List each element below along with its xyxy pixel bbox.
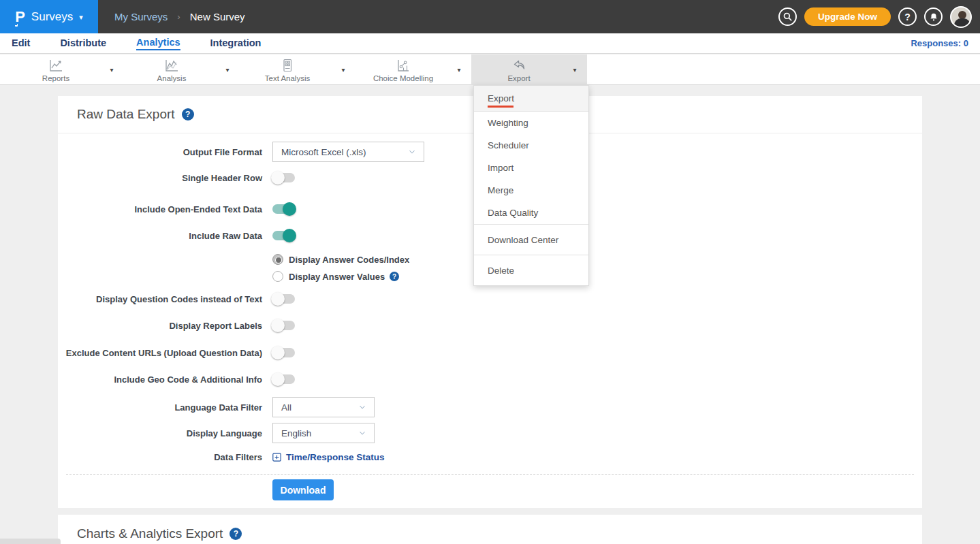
menu-item-label: Delete bbox=[488, 266, 514, 276]
toolbar-export[interactable]: Export ▾ bbox=[471, 54, 587, 85]
toggle-knob bbox=[283, 202, 296, 216]
line-chart-icon bbox=[47, 57, 65, 74]
upgrade-now-button[interactable]: Upgrade Now bbox=[804, 7, 891, 26]
tab-distribute[interactable]: Distribute bbox=[60, 37, 106, 50]
document-grid-icon bbox=[279, 57, 296, 74]
export-arrow-icon bbox=[510, 57, 528, 74]
menu-item-export[interactable]: Export bbox=[474, 86, 588, 112]
data-filters-row: Data Filters Time/Response Status bbox=[58, 450, 922, 464]
language-data-filter-row: Language Data Filter All bbox=[58, 397, 922, 417]
include-geo-code-row: Include Geo Code & Additional Info bbox=[58, 372, 922, 386]
chevron-down-icon[interactable]: ▾ bbox=[335, 66, 351, 74]
help-question-icon[interactable]: ? bbox=[390, 272, 399, 281]
chevron-down-icon[interactable]: ▾ bbox=[219, 66, 236, 74]
search-icon bbox=[783, 12, 793, 22]
toggle-knob bbox=[271, 292, 285, 306]
export-dropdown-menu: Export Weighting Scheduler Import Merge … bbox=[473, 85, 589, 286]
toolbar-choice-modelling[interactable]: Choice Modelling ▾ bbox=[355, 54, 471, 85]
menu-item-label: Export bbox=[488, 93, 514, 103]
toggle-knob bbox=[271, 171, 285, 185]
display-report-labels-row: Display Report Labels bbox=[58, 319, 922, 332]
time-response-status-label: Time/Response Status bbox=[286, 452, 385, 462]
user-avatar[interactable] bbox=[950, 6, 972, 28]
language-data-filter-select[interactable]: All bbox=[272, 397, 375, 417]
search-button[interactable] bbox=[778, 7, 797, 26]
display-answer-codes-label: Display Answer Codes/Index bbox=[289, 255, 409, 265]
display-answer-codes-radio[interactable] bbox=[272, 254, 283, 265]
question-help-icon: ? bbox=[904, 12, 911, 22]
exclude-content-urls-label: Exclude Content URLs (Upload Question Da… bbox=[58, 348, 262, 358]
include-raw-data-toggle[interactable] bbox=[272, 231, 295, 240]
display-report-labels-toggle[interactable] bbox=[272, 321, 295, 330]
output-file-format-value: Microsoft Excel (.xls) bbox=[281, 147, 366, 157]
menu-item-import[interactable]: Import bbox=[474, 157, 588, 179]
chevron-down-icon[interactable]: ▾ bbox=[451, 66, 467, 74]
exclude-content-urls-row: Exclude Content URLs (Upload Question Da… bbox=[58, 346, 922, 359]
time-response-status-link[interactable]: Time/Response Status bbox=[272, 452, 385, 462]
breadcrumb: My Surveys › New Survey bbox=[114, 0, 245, 33]
display-language-value: English bbox=[281, 428, 311, 438]
top-bar: P Surveys ▾ My Surveys › New Survey Upgr… bbox=[0, 0, 980, 33]
section-divider bbox=[66, 474, 914, 475]
toolbar-analysis[interactable]: Analysis ▾ bbox=[124, 54, 240, 85]
data-filters-label: Data Filters bbox=[58, 452, 262, 462]
tab-edit[interactable]: Edit bbox=[12, 37, 30, 50]
output-file-format-label: Output File Format bbox=[58, 147, 262, 157]
menu-item-label: Import bbox=[488, 163, 513, 173]
panel-title: Raw Data Export bbox=[77, 107, 175, 122]
menu-item-download-center[interactable]: Download Center bbox=[474, 225, 588, 255]
menu-item-weighting[interactable]: Weighting bbox=[474, 112, 588, 134]
tab-analytics[interactable]: Analytics bbox=[136, 37, 180, 50]
download-button[interactable]: Download bbox=[272, 479, 334, 500]
browser-status-bubble bbox=[0, 539, 61, 544]
toggle-knob bbox=[283, 229, 296, 242]
display-report-labels-label: Display Report Labels bbox=[58, 321, 262, 331]
questionpro-logo-icon: P bbox=[15, 10, 25, 25]
language-data-filter-value: All bbox=[281, 402, 291, 413]
breadcrumb-current-survey: New Survey bbox=[190, 11, 245, 22]
display-language-select[interactable]: English bbox=[272, 423, 375, 443]
product-switcher[interactable]: P Surveys ▾ bbox=[0, 0, 98, 33]
chevron-down-icon[interactable]: ▾ bbox=[104, 66, 120, 74]
help-question-icon[interactable]: ? bbox=[230, 528, 242, 540]
help-button[interactable]: ? bbox=[898, 7, 917, 26]
chevron-down-icon bbox=[358, 402, 367, 412]
topbar-actions: Upgrade Now ? bbox=[778, 0, 972, 33]
single-header-row-label: Single Header Row bbox=[58, 173, 262, 183]
bell-icon bbox=[929, 12, 938, 22]
analytics-toolbar: Reports ▾ Analysis ▾ Text Analysis bbox=[0, 54, 980, 85]
toolbar-choice-modelling-label: Choice Modelling bbox=[373, 74, 433, 82]
toolbar-reports[interactable]: Reports ▾ bbox=[8, 54, 124, 85]
chevron-down-icon[interactable]: ▾ bbox=[567, 66, 583, 74]
help-question-icon[interactable]: ? bbox=[182, 108, 194, 121]
plus-box-icon bbox=[272, 453, 281, 462]
toolbar-text-analysis-label: Text Analysis bbox=[265, 74, 310, 82]
menu-item-scheduler[interactable]: Scheduler bbox=[474, 134, 588, 157]
menu-item-label: Weighting bbox=[488, 118, 528, 128]
notifications-button[interactable] bbox=[924, 7, 943, 26]
display-language-label: Display Language bbox=[58, 428, 262, 438]
responses-count: Responses: 0 bbox=[911, 38, 968, 48]
tab-integration[interactable]: Integration bbox=[210, 37, 262, 50]
include-raw-data-label: Include Raw Data bbox=[58, 231, 262, 241]
display-answer-values-label: Display Answer Values bbox=[289, 272, 385, 282]
display-answer-values-radio[interactable] bbox=[272, 271, 283, 282]
breadcrumb-my-surveys[interactable]: My Surveys bbox=[114, 11, 168, 22]
include-open-ended-label: Include Open-Ended Text Data bbox=[58, 204, 262, 214]
chevron-down-icon bbox=[407, 147, 417, 157]
output-file-format-select[interactable]: Microsoft Excel (.xls) bbox=[272, 142, 424, 162]
display-question-codes-row: Display Question Codes instead of Text bbox=[58, 292, 922, 306]
menu-item-data-quality[interactable]: Data Quality bbox=[474, 202, 588, 224]
exclude-content-urls-toggle[interactable] bbox=[272, 348, 295, 357]
toolbar-text-analysis[interactable]: Text Analysis ▾ bbox=[240, 54, 355, 85]
toolbar-reports-label: Reports bbox=[42, 74, 69, 82]
single-header-row-toggle[interactable] bbox=[272, 173, 295, 182]
include-open-ended-toggle[interactable] bbox=[272, 204, 295, 214]
display-question-codes-toggle[interactable] bbox=[272, 294, 295, 304]
menu-item-label: Scheduler bbox=[488, 140, 529, 150]
menu-item-label: Merge bbox=[488, 185, 513, 195]
toggle-knob bbox=[271, 319, 285, 332]
menu-item-delete[interactable]: Delete bbox=[474, 255, 588, 285]
menu-item-merge[interactable]: Merge bbox=[474, 179, 588, 202]
include-geo-code-toggle[interactable] bbox=[272, 374, 295, 384]
